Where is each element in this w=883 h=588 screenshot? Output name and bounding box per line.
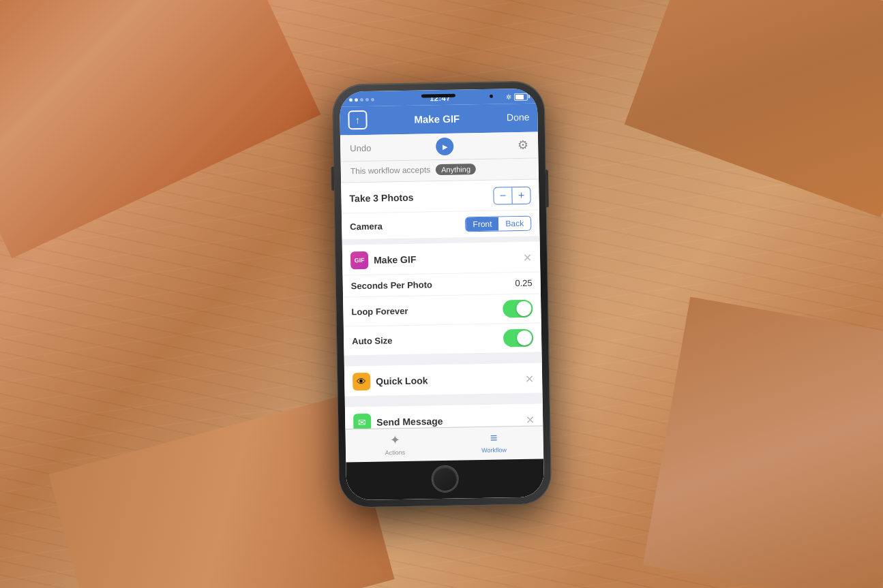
take-3-photos-title: Take 3 Photos [349,191,413,204]
make-gif-card: GIF Make GIF ✕ Seconds Per Photo 0.25 Lo… [342,241,541,355]
bluetooth-icon: ✲ [505,93,511,100]
take-3-photos-card: Take 3 Photos − + Camera Front Back [341,179,539,239]
anything-badge: Anything [436,164,476,175]
signal-dot-2 [354,97,357,101]
send-message-icon-glyph: ✉ [358,416,366,427]
navigation-bar: Make GIF Done [340,103,538,135]
seconds-per-photo-value[interactable]: 0.25 [515,277,533,288]
phone: 12:47 ✲ Make GIF Done Undo ⚙ [332,81,551,507]
auto-size-label: Auto Size [352,335,392,345]
signal-dot-5 [370,97,374,101]
home-button-area [346,459,544,500]
workflow-accepts-text: This workflow accepts [350,165,430,176]
battery-icon [513,93,527,100]
actions-tab-icon: ✦ [389,433,400,448]
send-message-icon: ✉ [353,413,371,429]
action-title-row: Take 3 Photos [349,190,493,204]
speaker [421,93,455,97]
actions-tab-label: Actions [385,448,405,456]
toolbar: Undo ⚙ [340,131,538,161]
status-right: ✲ [505,93,527,101]
phone-body: 12:47 ✲ Make GIF Done Undo ⚙ [332,81,551,507]
wood-piece [625,0,883,217]
home-button[interactable] [432,465,458,492]
share-button[interactable] [348,110,367,129]
photo-count-stepper[interactable]: − + [493,186,530,204]
workflow-tab[interactable]: ≡ Workflow [444,430,543,455]
phone-screen: 12:47 ✲ Make GIF Done Undo ⚙ [339,88,543,500]
camera-row: Camera Front Back [341,209,539,239]
send-message-header: ✉ Send Message ✕ [344,403,543,429]
seconds-per-photo-row: Seconds Per Photo 0.25 [342,271,541,296]
stepper-minus[interactable]: − [494,187,511,204]
make-gif-close-button[interactable]: ✕ [522,251,531,264]
done-button[interactable]: Done [506,111,529,123]
camera-segmented-control[interactable]: Front Back [465,215,531,232]
auto-size-row: Auto Size [343,322,541,355]
stepper-plus[interactable]: + [512,187,530,203]
camera-front-option[interactable]: Front [466,217,498,231]
seconds-per-photo-label: Seconds Per Photo [350,279,432,291]
camera-back-option[interactable]: Back [498,216,530,230]
quick-look-card: 👁 Quick Look ✕ [344,362,542,396]
camera-dot [489,94,492,97]
make-gif-icon: GIF [350,251,368,268]
battery-fill [515,94,523,99]
workflow-accepts-bar: This workflow accepts Anything [340,158,538,183]
signal-indicators [348,97,374,102]
tab-bar: ✦ Actions ≡ Workflow [345,425,543,462]
send-message-title: Send Message [376,416,443,428]
quick-look-title: Quick Look [376,375,428,386]
wood-piece [0,0,321,258]
send-message-close-button[interactable]: ✕ [526,413,535,426]
quick-look-close-button[interactable]: ✕ [525,372,534,385]
actions-tab[interactable]: ✦ Actions [345,431,445,457]
signal-dot-4 [365,97,368,101]
quick-look-icon-glyph: 👁 [357,375,366,386]
camera-label: Camera [350,221,383,232]
signal-dot-3 [359,97,363,101]
loop-forever-row: Loop Forever [343,293,541,326]
auto-size-toggle[interactable] [503,328,533,347]
send-message-card: ✉ Send Message ✕ Recipients Phone or ema… [344,403,543,429]
nav-title: Make GIF [414,112,460,125]
make-gif-icon-text: GIF [354,256,364,263]
settings-button[interactable]: ⚙ [517,137,528,152]
quick-look-icon: 👁 [352,372,370,390]
make-gif-header: GIF Make GIF ✕ [342,241,540,275]
quick-look-header: 👁 Quick Look ✕ [344,362,542,396]
play-button[interactable] [435,137,453,155]
take-3-photos-header: Take 3 Photos − + [341,179,539,213]
workflow-tab-label: Workflow [481,446,506,454]
quick-look-title-row: 👁 Quick Look [352,369,524,390]
make-gif-title: Make GIF [373,253,416,265]
workflow-content: Take 3 Photos − + Camera Front Back [341,179,543,429]
signal-dot-1 [348,97,352,101]
workflow-tab-icon: ≡ [490,431,497,445]
undo-button[interactable]: Undo [350,142,371,153]
wood-piece [643,297,883,588]
loop-forever-label: Loop Forever [351,305,408,316]
loop-forever-toggle[interactable] [503,299,533,318]
make-gif-title-row: GIF Make GIF [350,248,522,268]
